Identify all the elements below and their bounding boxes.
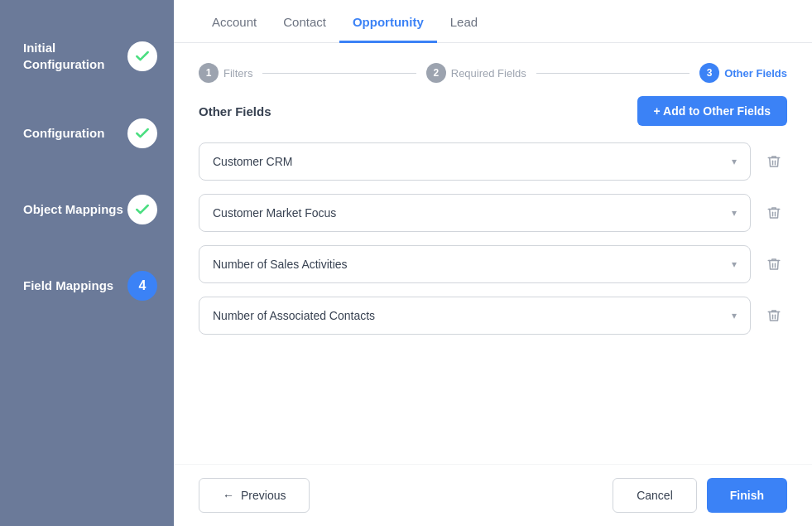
sidebar-check-initial-config xyxy=(127,41,157,71)
field-select-field-2[interactable]: Customer Market Focus▾ xyxy=(199,194,751,232)
delete-icon-field-4[interactable] xyxy=(761,302,787,329)
previous-button[interactable]: ← Previous xyxy=(199,478,310,513)
tabs-bar: AccountContactOpportunityLead xyxy=(174,0,812,43)
footer-right: Cancel Finish xyxy=(613,478,787,513)
step-circle-required-fields: 2 xyxy=(426,63,446,83)
sidebar: Initial ConfigurationConfigurationObject… xyxy=(0,0,174,526)
sidebar-item-field-mappings[interactable]: Field Mappings4 xyxy=(0,248,174,324)
sidebar-item-object-mappings[interactable]: Object Mappings xyxy=(0,171,174,248)
table-row: Customer CRM▾ xyxy=(199,142,787,181)
field-value-field-2: Customer Market Focus xyxy=(213,206,336,220)
step-filters: 1Filters xyxy=(199,63,252,83)
step-line-1 xyxy=(536,73,689,74)
sidebar-item-initial-config[interactable]: Initial Configuration xyxy=(0,17,174,95)
step-circle-other-fields: 3 xyxy=(699,63,719,83)
cancel-button[interactable]: Cancel xyxy=(613,478,697,513)
field-value-field-1: Customer CRM xyxy=(213,155,292,168)
step-required-fields: 2Required Fields xyxy=(426,63,526,83)
arrow-left-icon: ← xyxy=(223,489,234,502)
field-value-field-4: Number of Associated Contacts xyxy=(213,309,375,322)
table-row: Number of Sales Activities▾ xyxy=(199,245,787,283)
footer: ← Previous Cancel Finish xyxy=(174,464,812,526)
field-select-field-4[interactable]: Number of Associated Contacts▾ xyxy=(199,297,751,335)
table-row: Number of Associated Contacts▾ xyxy=(199,297,787,335)
sidebar-item-label-configuration: Configuration xyxy=(23,125,104,142)
delete-icon-field-3[interactable] xyxy=(761,251,787,277)
step-label-required-fields: Required Fields xyxy=(451,67,526,80)
fields-list: Customer CRM▾Customer Market Focus▾Numbe… xyxy=(199,142,787,348)
step-label-filters: Filters xyxy=(223,67,252,80)
previous-label: Previous xyxy=(241,489,286,502)
table-row: Customer Market Focus▾ xyxy=(199,194,787,232)
delete-icon-field-2[interactable] xyxy=(761,200,787,226)
field-select-field-1[interactable]: Customer CRM▾ xyxy=(199,142,751,181)
sidebar-check-object-mappings xyxy=(127,195,157,224)
tab-opportunity[interactable]: Opportunity xyxy=(339,0,437,43)
add-to-other-fields-button[interactable]: + Add to Other Fields xyxy=(637,96,787,126)
tab-account[interactable]: Account xyxy=(199,0,270,43)
step-other-fields: 3Other Fields xyxy=(699,63,787,83)
sidebar-item-configuration[interactable]: Configuration xyxy=(0,95,174,171)
chevron-down-icon: ▾ xyxy=(732,310,737,321)
main-content: AccountContactOpportunityLead 1Filters2R… xyxy=(174,0,812,526)
other-fields-title: Other Fields xyxy=(199,104,271,118)
field-value-field-3: Number of Sales Activities xyxy=(213,258,348,271)
chevron-down-icon: ▾ xyxy=(732,156,737,167)
tab-contact[interactable]: Contact xyxy=(270,0,339,43)
tab-lead[interactable]: Lead xyxy=(437,0,491,43)
step-circle-filters: 1 xyxy=(199,63,219,83)
sidebar-item-label-object-mappings: Object Mappings xyxy=(23,201,123,218)
sidebar-badge-field-mappings: 4 xyxy=(127,271,157,301)
sidebar-item-label-field-mappings: Field Mappings xyxy=(23,277,113,294)
chevron-down-icon: ▾ xyxy=(732,207,737,219)
finish-button[interactable]: Finish xyxy=(707,478,787,513)
fields-header: Other Fields + Add to Other Fields xyxy=(199,96,787,126)
stepper: 1Filters2Required Fields3Other Fields xyxy=(199,63,787,83)
content-area: 1Filters2Required Fields3Other Fields Ot… xyxy=(174,43,812,464)
chevron-down-icon: ▾ xyxy=(732,258,737,270)
sidebar-check-configuration xyxy=(127,118,157,148)
step-line-0 xyxy=(262,73,416,74)
sidebar-item-label-initial-config: Initial Configuration xyxy=(23,40,127,72)
delete-icon-field-1[interactable] xyxy=(761,148,787,175)
field-select-field-3[interactable]: Number of Sales Activities▾ xyxy=(199,245,751,283)
step-label-other-fields: Other Fields xyxy=(724,67,787,80)
